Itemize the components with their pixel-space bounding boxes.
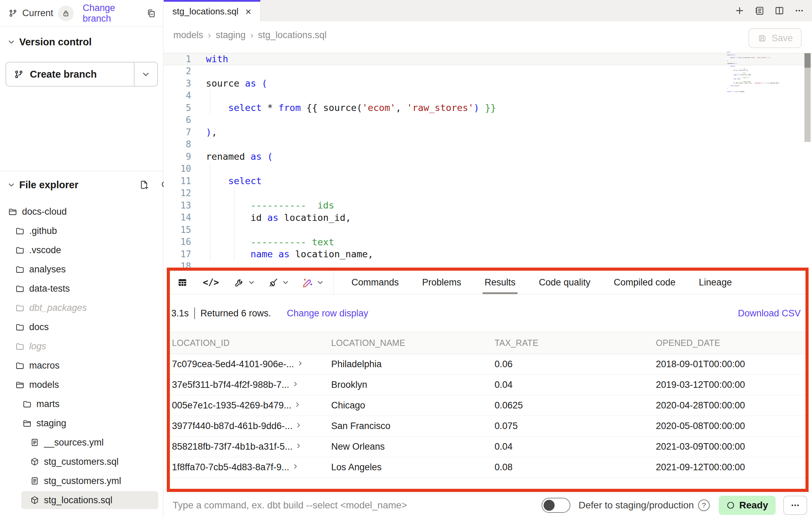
file-tree-item-stg-customers-yml[interactable]: stg_customers.yml (0, 471, 163, 491)
code-editor[interactable]: 1with23source as (45 select * from {{ so… (164, 49, 812, 268)
preview-table-icon[interactable] (177, 277, 188, 288)
download-csv-link[interactable]: Download CSV (738, 308, 801, 319)
code-line-17[interactable]: 17 name as location_name, (164, 248, 812, 260)
folder-icon (15, 226, 24, 235)
file-tree-item-logs[interactable]: logs (0, 337, 163, 356)
column-header-tax_rate[interactable]: TAX_RATE (495, 338, 656, 348)
folder-open-icon (8, 207, 17, 216)
expand-chevron-icon[interactable] (298, 361, 303, 366)
change-branch-link[interactable]: Change branch (83, 3, 146, 24)
file-tree-item-label: data-tests (29, 283, 70, 294)
folder-icon (15, 284, 24, 293)
chevron-down-icon (317, 279, 324, 286)
file-tree-item-staging[interactable]: staging (0, 414, 163, 433)
code-line-3[interactable]: 3source as ( (164, 77, 812, 90)
code-line-7[interactable]: 7), (164, 126, 812, 138)
column-header-location_id[interactable]: LOCATION_ID (170, 338, 331, 348)
expand-chevron-icon[interactable] (293, 381, 298, 387)
help-icon[interactable]: ? (698, 499, 710, 511)
command-input[interactable] (172, 499, 499, 511)
code-line-5[interactable]: 5 select * from {{ source('ecom', 'raw_s… (164, 102, 812, 114)
defer-toggle[interactable] (542, 498, 570, 513)
column-header-location_name[interactable]: LOCATION_NAME (331, 338, 495, 348)
close-icon[interactable]: × (245, 7, 252, 17)
breadcrumb-staging[interactable]: staging (216, 30, 245, 41)
breadcrumb-models[interactable]: models (173, 30, 203, 41)
panel-tab-code-quality[interactable]: Code quality (527, 271, 602, 294)
file-tree-item--sources-yml[interactable]: __sources.yml (0, 433, 163, 452)
model-icon (30, 496, 39, 505)
table-cell: 2021-09-12T00:00:00 (656, 462, 805, 473)
expand-chevron-icon[interactable] (296, 423, 301, 428)
file-tree-item-models[interactable]: models (0, 375, 163, 394)
folder-icon (23, 399, 32, 408)
code-line-13[interactable]: 13 ---------- ids (164, 199, 812, 212)
code-line-11[interactable]: 11 select (164, 175, 812, 187)
folder-icon (15, 323, 24, 331)
file-tree-item-stg-customers-sql[interactable]: stg_customers.sql (0, 452, 163, 471)
code-line-18[interactable]: 18 (164, 260, 812, 268)
tab-stg-locations[interactable]: stg_locations.sql × (164, 0, 260, 21)
file-tree-item-docs-cloud[interactable]: docs-cloud (0, 202, 163, 221)
create-branch-dropdown[interactable] (134, 63, 157, 86)
panel-tab-lineage[interactable]: Lineage (687, 271, 743, 294)
tab-title: stg_locations.sql (173, 6, 239, 17)
code-line-8[interactable]: 8 (164, 138, 812, 151)
table-cell: San Francisco (331, 421, 495, 431)
current-branch-label: Current (22, 8, 53, 19)
panel-tab-compiled-code[interactable]: Compiled code (602, 271, 687, 294)
code-line-15[interactable]: 15 (164, 224, 812, 236)
code-line-12[interactable]: 12 (164, 187, 812, 200)
code-line-6[interactable]: 6 (164, 114, 812, 126)
file-explorer-header[interactable]: File explorer (0, 174, 179, 195)
code-line-16[interactable]: 16 ---------- text (164, 236, 812, 248)
table-cell: 2020-04-28T00:00:00 (656, 400, 805, 411)
file-tree-item-docs[interactable]: docs (0, 317, 163, 337)
expand-chevron-icon[interactable] (296, 443, 301, 449)
ready-label: Ready (739, 500, 768, 511)
editor-scrollbar[interactable] (804, 53, 811, 142)
file-tree-item-data-tests[interactable]: data-tests (0, 279, 163, 298)
new-tab-icon[interactable] (734, 5, 745, 16)
create-branch-button[interactable]: Create branch (5, 62, 158, 87)
compile-code-icon[interactable]: </> (203, 277, 219, 288)
ai-copilot-icon[interactable] (302, 277, 324, 288)
folder-open-icon (23, 419, 32, 428)
code-line-2[interactable]: 2 (164, 65, 812, 78)
file-tree-item-marts[interactable]: marts (0, 394, 163, 414)
statusbar-more-button[interactable] (783, 496, 807, 515)
table-cell: Chicago (331, 400, 495, 411)
column-header-opened_date[interactable]: OPENED_DATE (656, 338, 805, 348)
change-row-display-link[interactable]: Change row display (287, 308, 368, 319)
indent-guide (234, 187, 234, 260)
expand-chevron-icon[interactable] (295, 402, 300, 407)
build-wrench-icon[interactable] (234, 277, 255, 288)
lint-broom-icon[interactable] (268, 277, 289, 288)
more-options-icon[interactable] (794, 5, 804, 16)
code-line-1[interactable]: 1with (164, 53, 812, 65)
code-line-10[interactable]: 10 (164, 163, 812, 175)
cell-value: 005e7e1c-1935-4269-b479... (172, 400, 291, 411)
code-line-9[interactable]: 9renamed as ( (164, 150, 812, 163)
split-editor-icon[interactable] (774, 5, 785, 16)
file-tree-item--vscode[interactable]: .vscode (0, 240, 163, 260)
new-file-icon[interactable] (139, 180, 149, 190)
create-branch-main[interactable]: Create branch (6, 63, 134, 86)
save-button[interactable]: Save (749, 28, 802, 48)
scrollbar-thumb[interactable] (804, 53, 811, 68)
outline-icon[interactable] (754, 5, 765, 16)
file-tree-item-macros[interactable]: macros (0, 356, 163, 375)
panel-tab-problems[interactable]: Problems (410, 271, 473, 294)
code-line-4[interactable]: 4 (164, 90, 812, 102)
version-control-header[interactable]: Version control (0, 32, 179, 52)
file-tree-item-analyses[interactable]: analyses (0, 260, 163, 279)
panel-tab-results[interactable]: Results (473, 271, 527, 294)
expand-chevron-icon[interactable] (293, 464, 298, 469)
file-tree-item-dbt-packages[interactable]: dbt_packages (0, 298, 163, 317)
panel-tab-commands[interactable]: Commands (340, 271, 410, 294)
code-line-14[interactable]: 14 id as location_id, (164, 212, 812, 224)
panel-tabs: CommandsProblemsResultsCode qualityCompi… (340, 271, 743, 294)
copy-icon[interactable] (146, 8, 156, 19)
file-tree-item-stg-locations-sql[interactable]: stg_locations.sql (0, 491, 163, 510)
file-tree-item--github[interactable]: .github (0, 221, 163, 240)
